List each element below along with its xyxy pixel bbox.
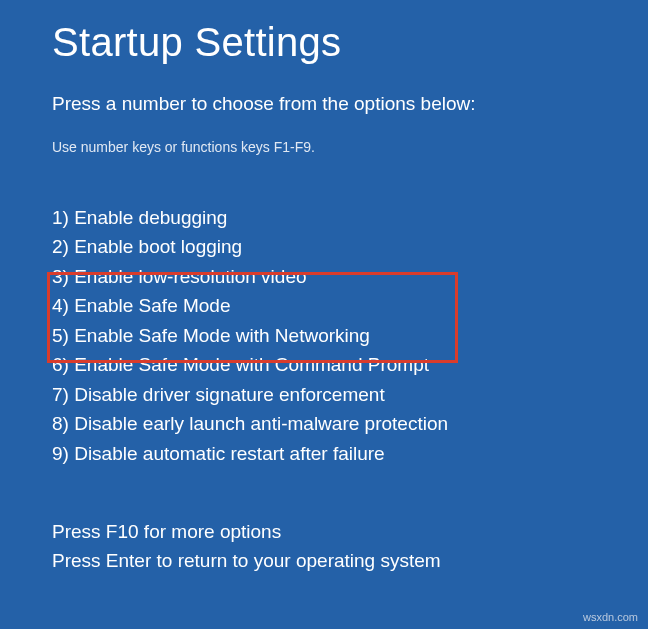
option-5[interactable]: 5) Enable Safe Mode with Networking: [52, 321, 596, 350]
footer-more-options: Press F10 for more options: [52, 518, 441, 547]
footer-section: Press F10 for more options Press Enter t…: [52, 518, 441, 575]
option-3[interactable]: 3) Enable low-resolution video: [52, 262, 596, 291]
option-6[interactable]: 6) Enable Safe Mode with Command Prompt: [52, 350, 596, 379]
footer-return-text: Press Enter to return to your operating …: [52, 547, 441, 576]
options-list: 1) Enable debugging 2) Enable boot loggi…: [52, 203, 596, 468]
hint-text: Use number keys or functions keys F1-F9.: [52, 139, 596, 155]
subtitle-text: Press a number to choose from the option…: [52, 93, 596, 115]
option-8[interactable]: 8) Disable early launch anti-malware pro…: [52, 409, 596, 438]
option-9[interactable]: 9) Disable automatic restart after failu…: [52, 439, 596, 468]
watermark-text: wsxdn.com: [583, 611, 638, 623]
option-4[interactable]: 4) Enable Safe Mode: [52, 291, 596, 320]
option-7[interactable]: 7) Disable driver signature enforcement: [52, 380, 596, 409]
page-title: Startup Settings: [52, 20, 596, 65]
option-1[interactable]: 1) Enable debugging: [52, 203, 596, 232]
option-2[interactable]: 2) Enable boot logging: [52, 232, 596, 261]
